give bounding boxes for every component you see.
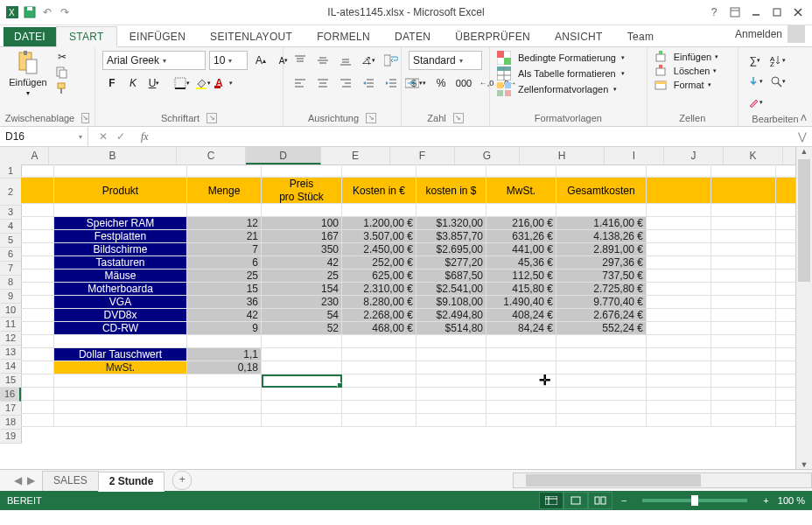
cell[interactable] (187, 164, 262, 178)
cell[interactable]: 2.725,80 € (556, 283, 647, 296)
cell[interactable] (486, 164, 556, 178)
cell[interactable]: 1.200,00 € (342, 217, 416, 230)
increase-indent-icon[interactable] (382, 74, 401, 93)
cell[interactable] (21, 361, 54, 374)
row-headers[interactable]: 12345678910111213141516171819 (0, 164, 22, 444)
cell[interactable]: 625,00 € (342, 270, 416, 283)
fill-color-icon[interactable]: ▾ (193, 74, 213, 93)
zoom-in-icon[interactable]: + (763, 495, 768, 506)
cell[interactable] (647, 217, 711, 230)
cell[interactable]: Motherboarda (54, 283, 187, 296)
col-header-E[interactable]: E (321, 147, 390, 164)
expand-formula-bar-icon[interactable]: ⋁ (793, 130, 812, 143)
cell[interactable] (486, 348, 556, 361)
cell[interactable]: 42 (187, 309, 262, 322)
cell[interactable] (187, 414, 262, 427)
row-header-11[interactable]: 11 (0, 318, 21, 332)
italic-icon[interactable]: K (123, 74, 143, 93)
tab-einfügen[interactable]: EINFÜGEN (117, 27, 198, 46)
cell[interactable]: 167 (262, 230, 342, 243)
cell[interactable] (486, 388, 556, 401)
cell[interactable] (556, 335, 647, 348)
percent-icon[interactable]: % (431, 74, 451, 93)
cell[interactable] (711, 361, 776, 374)
cell[interactable]: 100 (262, 217, 342, 230)
close-icon[interactable] (791, 5, 805, 19)
cell[interactable] (54, 164, 187, 178)
border-icon[interactable]: ▾ (172, 74, 192, 93)
cell[interactable]: 252,00 € (342, 256, 416, 270)
cell[interactable] (711, 217, 776, 230)
cell[interactable] (711, 322, 776, 335)
cell[interactable]: kosten in $ (416, 178, 486, 204)
decrease-indent-icon[interactable] (359, 74, 378, 93)
cell[interactable] (21, 204, 54, 217)
col-header-G[interactable]: G (455, 147, 520, 164)
cell[interactable] (262, 204, 342, 217)
cell[interactable] (711, 335, 776, 348)
cell[interactable] (556, 204, 647, 217)
cell[interactable] (711, 296, 776, 309)
cell[interactable] (342, 361, 416, 374)
cell[interactable] (262, 388, 342, 401)
col-header-B[interactable]: B (49, 147, 177, 164)
tab-file[interactable]: DATEI (4, 27, 56, 46)
row-header-5[interactable]: 5 (0, 234, 21, 248)
scroll-thumb[interactable] (526, 474, 701, 486)
font-size-combo[interactable]: 10▾ (209, 51, 248, 70)
cell[interactable]: $277,20 (416, 256, 486, 270)
cell[interactable]: 25 (187, 270, 262, 283)
underline-icon[interactable]: U▾ (144, 74, 164, 93)
cell[interactable]: Mäuse (54, 270, 187, 283)
row-header-14[interactable]: 14 (0, 360, 21, 374)
col-header-A[interactable]: A (21, 147, 49, 164)
cell[interactable]: $514,80 (416, 322, 486, 335)
cell[interactable] (647, 309, 711, 322)
cell[interactable]: 8.280,00 € (342, 296, 416, 309)
cell[interactable]: Bildschirme (54, 243, 187, 256)
cell[interactable] (711, 401, 776, 414)
cell[interactable]: Dollar Tauschwert (54, 348, 187, 361)
enter-formula-icon[interactable]: ✓ (116, 130, 125, 143)
cell[interactable]: $3.857,70 (416, 230, 486, 243)
vertical-scrollbar[interactable]: ▲ ▼ (795, 147, 812, 469)
font-color-icon[interactable]: A▾ (214, 74, 234, 93)
cell[interactable]: 15 (187, 283, 262, 296)
cell[interactable] (187, 204, 262, 217)
page-layout-view-icon[interactable] (564, 492, 588, 509)
tab-ansicht[interactable]: ANSICHT (542, 27, 615, 46)
cell[interactable] (711, 374, 776, 388)
cell[interactable] (711, 348, 776, 361)
cell[interactable]: 468,00 € (342, 322, 416, 335)
cell[interactable]: 1.490,40 € (486, 296, 556, 309)
cell[interactable]: MwSt. (54, 361, 187, 374)
cell[interactable] (647, 204, 711, 217)
prev-sheet-icon[interactable]: ◀ (14, 474, 22, 486)
cell[interactable] (54, 388, 187, 401)
cell[interactable] (647, 335, 711, 348)
maximize-icon[interactable] (770, 5, 784, 19)
autosum-icon[interactable]: ∑▾ (746, 51, 765, 70)
cell[interactable]: 6 (187, 256, 262, 270)
new-sheet-button[interactable]: + (172, 471, 192, 490)
cell[interactable]: 2.310,00 € (342, 283, 416, 296)
cell[interactable] (21, 164, 54, 178)
cell[interactable] (647, 322, 711, 335)
cell[interactable] (187, 335, 262, 348)
cell[interactable]: 7 (187, 243, 262, 256)
zoom-slider[interactable] (642, 499, 747, 502)
cell[interactable]: $9.108,00 (416, 296, 486, 309)
cell[interactable] (342, 374, 416, 388)
cell[interactable] (647, 414, 711, 427)
cell[interactable] (647, 296, 711, 309)
cell[interactable]: VGA (54, 296, 187, 309)
cell[interactable] (187, 374, 262, 388)
cell[interactable] (21, 309, 54, 322)
cell[interactable] (711, 388, 776, 401)
formula-input[interactable] (154, 127, 793, 146)
cell[interactable]: 112,50 € (486, 270, 556, 283)
cell[interactable] (416, 348, 486, 361)
dialog-launcher-icon[interactable]: ↘ (453, 113, 464, 123)
cell[interactable]: 3.507,00 € (342, 230, 416, 243)
cell[interactable] (21, 335, 54, 348)
